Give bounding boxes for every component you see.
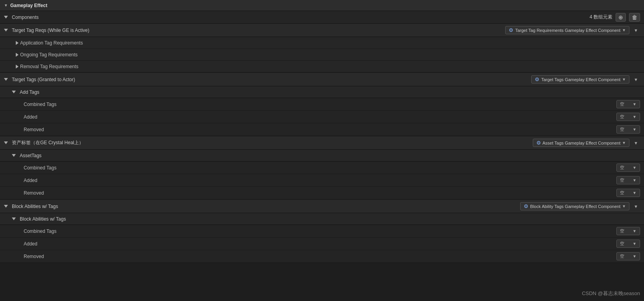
add-tags-expand-icon[interactable] bbox=[12, 91, 16, 93]
asset-tags-combined-tags-field[interactable]: 空 ▼ bbox=[616, 164, 640, 172]
title-bar: ▼ Gameplay Effect bbox=[0, 0, 644, 11]
block-abilities-label: Block Abilities w/ Tags bbox=[12, 204, 58, 209]
add-component-button[interactable]: ⊕ bbox=[616, 13, 626, 22]
target-tags-combined-tags-row: Combined Tags 空 ▼ bbox=[0, 98, 644, 111]
target-tags-removed-arrow[interactable]: ▼ bbox=[633, 127, 637, 132]
target-tags-combined-tags-field[interactable]: 空 ▼ bbox=[616, 100, 640, 108]
block-abilities-combined-tags-arrow[interactable]: ▼ bbox=[633, 229, 637, 233]
asset-tags-removed-value: 空 bbox=[620, 190, 624, 196]
target-tags-outer-arrow[interactable]: ▼ bbox=[632, 76, 640, 83]
block-abilities-added-label: Added bbox=[24, 241, 616, 247]
section-header-target-tags: Target Tags (Granted to Actor) ⚙ Target … bbox=[0, 73, 644, 86]
asset-tags-added-arrow[interactable]: ▼ bbox=[633, 178, 637, 182]
block-abilities-removed-label: Removed bbox=[24, 254, 616, 259]
block-abilities-sub-expand-icon[interactable] bbox=[12, 217, 16, 220]
asset-tags-removed-row: Removed 空 ▼ bbox=[0, 187, 644, 199]
asset-tags-badge-arrow[interactable]: ▼ bbox=[622, 141, 626, 145]
target-tags-combined-tags-arrow[interactable]: ▼ bbox=[633, 102, 637, 106]
add-tags-label: Add Tags bbox=[20, 89, 39, 95]
block-abilities-sub-header: Block Abilities w/ Tags bbox=[0, 213, 644, 225]
section-header-asset-tags: 资产标签（在GE Crystal Heal上） ⚙ Asset Tags Gam… bbox=[0, 136, 644, 150]
section-header-block-abilities: Block Abilities w/ Tags ⚙ Block Ability … bbox=[0, 200, 644, 213]
target-tag-reqs-label: Target Tag Reqs (While GE is Active) bbox=[12, 28, 90, 33]
target-tags-gear-icon: ⚙ bbox=[535, 76, 539, 82]
components-label: Components bbox=[12, 15, 39, 20]
block-abilities-combined-tags-field[interactable]: 空 ▼ bbox=[616, 227, 640, 235]
block-abilities-outer-arrow[interactable]: ▼ bbox=[632, 203, 640, 210]
section-target-tags: Target Tags (Granted to Actor) ⚙ Target … bbox=[0, 73, 644, 136]
page-title: Gameplay Effect bbox=[10, 3, 47, 8]
target-tags-added-arrow[interactable]: ▼ bbox=[633, 115, 637, 119]
target-tags-removed-label: Removed bbox=[24, 127, 616, 132]
asset-tags-removed-arrow[interactable]: ▼ bbox=[633, 191, 637, 195]
asset-tags-badge-label: Asset Tags Gameplay Effect Component bbox=[543, 141, 621, 145]
target-tags-badge[interactable]: ⚙ Target Tags Gameplay Effect Component … bbox=[531, 75, 629, 84]
watermark: CSDN @暮志未晚season bbox=[582, 290, 640, 297]
asset-tags-gear-icon: ⚙ bbox=[536, 140, 541, 146]
asset-tags-added-label: Added bbox=[24, 178, 616, 183]
target-tags-combined-tags-label: Combined Tags bbox=[24, 102, 616, 107]
block-abilities-badge-arrow[interactable]: ▼ bbox=[622, 204, 626, 208]
block-abilities-sub-label: Block Abilities w/ Tags bbox=[20, 216, 66, 222]
asset-tags-combined-tags-value: 空 bbox=[620, 165, 624, 171]
target-tags-removed-row: Removed 空 ▼ bbox=[0, 123, 644, 136]
target-tags-badge-arrow[interactable]: ▼ bbox=[622, 77, 626, 82]
title-arrow-icon[interactable]: ▼ bbox=[4, 3, 8, 7]
block-abilities-combined-tags-row: Combined Tags 空 ▼ bbox=[0, 225, 644, 238]
target-tags-expand-icon[interactable] bbox=[4, 78, 8, 81]
assettags-header: AssetTags bbox=[0, 150, 644, 162]
block-abilities-added-field[interactable]: 空 ▼ bbox=[616, 240, 640, 248]
block-abilities-combined-tags-value: 空 bbox=[620, 228, 624, 234]
asset-tags-label: 资产标签（在GE Crystal Heal上） bbox=[12, 139, 84, 146]
target-tags-badge-label: Target Tags Gameplay Effect Component bbox=[541, 77, 620, 82]
application-tag-reqs-row: Application Tag Requirements bbox=[0, 37, 644, 49]
components-row: Components 4 数组元素 ⊕ 🗑 bbox=[0, 11, 644, 24]
target-tag-reqs-badge-label: Target Tag Requirements Gameplay Effect … bbox=[515, 28, 620, 33]
asset-tags-removed-field[interactable]: 空 ▼ bbox=[616, 189, 640, 197]
target-tags-removed-field[interactable]: 空 ▼ bbox=[616, 125, 640, 134]
asset-tags-added-field[interactable]: 空 ▼ bbox=[616, 176, 640, 184]
asset-tags-combined-tags-label: Combined Tags bbox=[24, 165, 616, 171]
section-header-target-tag-reqs: Target Tag Reqs (While GE is Active) ⚙ T… bbox=[0, 24, 644, 37]
ongoing-tag-reqs-label: Ongoing Tag Requirements bbox=[20, 52, 640, 58]
block-abilities-gear-icon: ⚙ bbox=[524, 203, 528, 209]
removal-tag-reqs-label: Removal Tag Requirements bbox=[20, 64, 640, 69]
block-abilities-removed-row: Removed 空 ▼ bbox=[0, 250, 644, 263]
assettags-label: AssetTags bbox=[20, 153, 41, 158]
block-abilities-removed-arrow[interactable]: ▼ bbox=[633, 254, 637, 258]
block-abilities-badge-label: Block Ability Tags Gameplay Effect Compo… bbox=[530, 204, 620, 209]
section-block-abilities: Block Abilities w/ Tags ⚙ Block Ability … bbox=[0, 200, 644, 263]
asset-tags-combined-tags-row: Combined Tags 空 ▼ bbox=[0, 162, 644, 174]
target-tags-removed-value: 空 bbox=[620, 126, 624, 132]
block-abilities-added-value: 空 bbox=[620, 241, 624, 247]
removal-tag-reqs-row: Removal Tag Requirements bbox=[0, 61, 644, 72]
assettags-expand-icon[interactable] bbox=[12, 154, 16, 157]
asset-tags-expand-icon[interactable] bbox=[4, 141, 8, 144]
target-tags-added-field[interactable]: 空 ▼ bbox=[616, 113, 640, 121]
components-expand-icon[interactable] bbox=[4, 16, 8, 19]
target-tags-added-label: Added bbox=[24, 114, 616, 120]
target-tag-reqs-badge[interactable]: ⚙ Target Tag Requirements Gameplay Effec… bbox=[505, 26, 629, 34]
asset-tags-badge[interactable]: ⚙ Asset Tags Gameplay Effect Component ▼ bbox=[533, 139, 630, 147]
target-tag-reqs-outer-arrow[interactable]: ▼ bbox=[632, 27, 640, 33]
add-tags-header: Add Tags bbox=[0, 86, 644, 98]
section-target-tag-reqs: Target Tag Reqs (While GE is Active) ⚙ T… bbox=[0, 24, 644, 73]
block-abilities-removed-value: 空 bbox=[620, 253, 624, 259]
removal-tag-reqs-expand-icon[interactable] bbox=[16, 65, 19, 69]
asset-tags-added-row: Added 空 ▼ bbox=[0, 174, 644, 187]
asset-tags-combined-tags-arrow[interactable]: ▼ bbox=[633, 165, 637, 170]
target-tag-reqs-expand-icon[interactable] bbox=[4, 29, 8, 32]
components-count: 4 数组元素 bbox=[590, 14, 612, 20]
application-tag-reqs-expand-icon[interactable] bbox=[16, 41, 19, 45]
block-abilities-expand-icon[interactable] bbox=[4, 205, 8, 208]
target-tags-combined-tags-value: 空 bbox=[620, 101, 624, 107]
delete-component-button[interactable]: 🗑 bbox=[629, 13, 640, 22]
target-tags-label: Target Tags (Granted to Actor) bbox=[12, 77, 75, 82]
ongoing-tag-reqs-expand-icon[interactable] bbox=[16, 53, 19, 57]
block-abilities-removed-field[interactable]: 空 ▼ bbox=[616, 252, 640, 260]
target-tag-reqs-gear-icon: ⚙ bbox=[509, 27, 513, 33]
block-abilities-added-arrow[interactable]: ▼ bbox=[633, 242, 637, 246]
block-abilities-badge[interactable]: ⚙ Block Ability Tags Gameplay Effect Com… bbox=[520, 202, 629, 210]
target-tag-reqs-badge-arrow[interactable]: ▼ bbox=[622, 28, 626, 32]
asset-tags-outer-arrow[interactable]: ▼ bbox=[632, 140, 640, 146]
